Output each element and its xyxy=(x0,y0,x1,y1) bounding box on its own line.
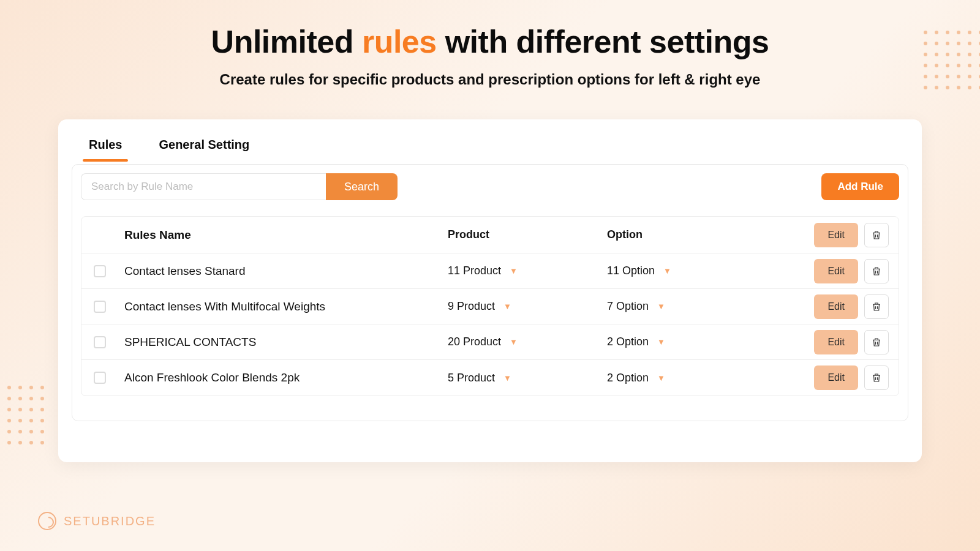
table-row: Alcon Freshlook Color Blends 2pk 5 Produ… xyxy=(81,360,899,395)
chevron-down-icon[interactable]: ▼ xyxy=(657,373,665,383)
edit-button[interactable]: Edit xyxy=(814,259,858,283)
option-count: 2 Option xyxy=(607,335,649,348)
title-post: with different settings xyxy=(437,24,769,59)
rules-panel: Search Add Rule Rules Name Product Optio… xyxy=(72,164,908,421)
rule-name: Contact lenses With Multifocal Weights xyxy=(118,300,448,313)
decorative-dots xyxy=(924,31,980,89)
trash-icon xyxy=(871,230,882,241)
chevron-down-icon[interactable]: ▼ xyxy=(663,266,671,276)
table-row: Contact lenses Stanard 11 Product▼ 11 Op… xyxy=(81,253,899,289)
table-header-row: Rules Name Product Option Edit xyxy=(81,217,899,253)
header-actions: Edit xyxy=(766,223,889,247)
edit-button[interactable]: Edit xyxy=(814,294,858,319)
page-title: Unlimited rules with different settings xyxy=(0,23,980,60)
table-row: Contact lenses With Multifocal Weights 9… xyxy=(81,289,899,324)
toolbar: Search Add Rule xyxy=(81,173,899,200)
delete-button[interactable] xyxy=(864,330,889,354)
trash-icon xyxy=(871,301,882,312)
tab-general-setting[interactable]: General Setting xyxy=(159,138,249,160)
search-button[interactable]: Search xyxy=(326,173,398,200)
tabs: Rules General Setting xyxy=(72,138,908,160)
delete-button[interactable] xyxy=(864,259,889,283)
product-count: 5 Product xyxy=(448,372,495,384)
brand-logo: SETUBRIDGE xyxy=(38,512,156,530)
search-group: Search xyxy=(81,173,398,200)
trash-icon xyxy=(871,372,882,383)
brand-mark-icon xyxy=(38,512,56,530)
chevron-down-icon[interactable]: ▼ xyxy=(503,302,511,311)
rule-name: Contact lenses Stanard xyxy=(118,264,448,278)
decorative-dots xyxy=(0,386,44,444)
row-checkbox[interactable] xyxy=(94,265,106,277)
product-count: 9 Product xyxy=(448,300,495,313)
edit-button[interactable]: Edit xyxy=(814,223,858,247)
rules-table: Rules Name Product Option Edit Contact l… xyxy=(81,216,899,396)
row-checkbox[interactable] xyxy=(94,336,106,348)
table-row: SPHERICAL CONTACTS 20 Product▼ 2 Option▼… xyxy=(81,324,899,360)
chevron-down-icon[interactable]: ▼ xyxy=(503,373,511,383)
tab-rules[interactable]: Rules xyxy=(89,138,122,160)
edit-button[interactable]: Edit xyxy=(814,330,858,354)
header-product: Product xyxy=(448,228,607,241)
page-subtitle: Create rules for specific products and p… xyxy=(0,71,980,88)
header-option: Option xyxy=(607,228,766,241)
product-count: 11 Product xyxy=(448,264,501,277)
header-rules-name: Rules Name xyxy=(118,228,448,242)
trash-icon xyxy=(871,337,882,348)
chevron-down-icon[interactable]: ▼ xyxy=(657,302,665,311)
option-count: 11 Option xyxy=(607,264,655,277)
brand-name: SETUBRIDGE xyxy=(64,514,156,528)
chevron-down-icon[interactable]: ▼ xyxy=(657,337,665,347)
option-count: 7 Option xyxy=(607,300,649,313)
row-checkbox[interactable] xyxy=(94,372,106,384)
search-input[interactable] xyxy=(81,173,326,200)
title-accent: rules xyxy=(362,24,437,59)
rule-name: Alcon Freshlook Color Blends 2pk xyxy=(118,371,448,384)
edit-button[interactable]: Edit xyxy=(814,365,858,390)
rules-card: Rules General Setting Search Add Rule Ru… xyxy=(58,119,922,462)
chevron-down-icon[interactable]: ▼ xyxy=(510,266,518,276)
delete-button[interactable] xyxy=(864,294,889,319)
title-pre: Unlimited xyxy=(211,24,362,59)
option-count: 2 Option xyxy=(607,372,649,384)
page-heading: Unlimited rules with different settings … xyxy=(0,0,980,88)
add-rule-button[interactable]: Add Rule xyxy=(821,173,899,200)
rule-name: SPHERICAL CONTACTS xyxy=(118,335,448,349)
product-count: 20 Product xyxy=(448,335,501,348)
delete-button[interactable] xyxy=(864,365,889,390)
delete-button[interactable] xyxy=(864,223,889,247)
trash-icon xyxy=(871,266,882,277)
chevron-down-icon[interactable]: ▼ xyxy=(510,337,518,347)
row-checkbox[interactable] xyxy=(94,301,106,313)
